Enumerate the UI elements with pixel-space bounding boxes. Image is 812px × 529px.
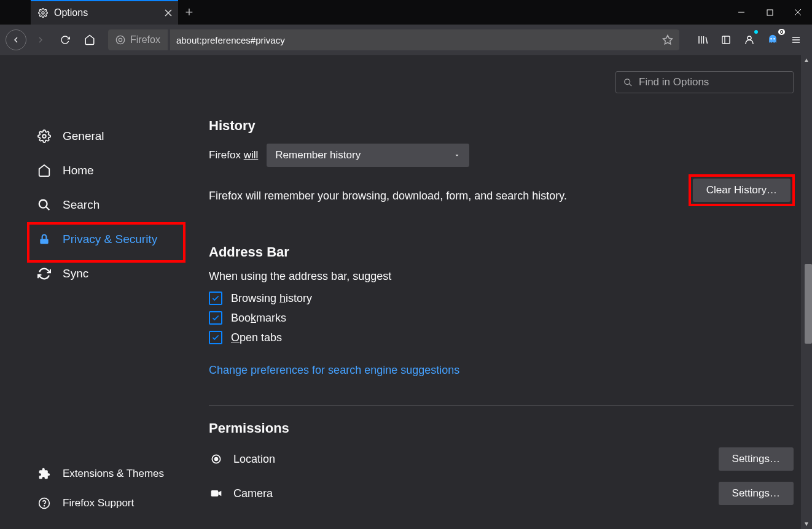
checkbox-browsing-history[interactable]: Browsing history (209, 292, 794, 305)
home-button[interactable] (79, 29, 101, 51)
svg-point-6 (748, 36, 751, 40)
sidebar-item-general[interactable]: General (0, 119, 184, 153)
nav-toolbar: Firefox about:preferences#privacy 0 (0, 25, 812, 55)
history-label: Firefox will (209, 149, 258, 161)
search-options-input[interactable]: Find in Options (615, 71, 794, 93)
history-description: Firefox will remember your browsing, dow… (209, 190, 567, 203)
sidebar-label: General (63, 129, 104, 143)
svg-rect-1 (767, 10, 773, 15)
separator (209, 405, 794, 406)
svg-rect-17 (211, 490, 219, 496)
app-menu-button[interactable] (785, 29, 807, 51)
maximize-button[interactable] (755, 0, 784, 25)
category-sidebar: General Home Search Privacy & Security S… (0, 55, 184, 529)
minimize-button[interactable] (727, 0, 755, 25)
svg-point-7 (770, 38, 772, 40)
gear-icon (37, 129, 52, 143)
svg-point-2 (116, 36, 124, 44)
search-suggestions-link[interactable]: Change preferences for search engine sug… (209, 364, 459, 377)
svg-point-13 (44, 506, 45, 506)
checkbox-label: Open tabs (231, 331, 282, 344)
account-button[interactable] (738, 29, 760, 51)
clear-history-button[interactable]: Clear History… (693, 179, 791, 202)
sidebar-item-home[interactable]: Home (0, 153, 184, 188)
sidebar-item-privacy[interactable]: Privacy & Security (0, 222, 184, 257)
new-tab-button[interactable]: + (178, 0, 200, 25)
checkbox-bookmarks[interactable]: Bookmarks (209, 311, 794, 325)
history-heading: History (209, 118, 794, 134)
checkbox-label: Browsing history (231, 292, 312, 305)
location-icon (209, 453, 224, 465)
addressbar-heading: Address Bar (209, 244, 794, 260)
search-icon (37, 198, 52, 212)
svg-marker-18 (218, 491, 221, 496)
addressbar-subtitle: When using the address bar, suggest (209, 270, 794, 283)
history-mode-select[interactable]: Remember history (267, 144, 469, 167)
svg-point-8 (773, 38, 775, 40)
sidebar-extensions[interactable]: Extensions & Themes (0, 459, 184, 488)
svg-point-16 (215, 458, 218, 461)
sidebar-label: Home (63, 164, 94, 177)
home-icon (37, 164, 52, 177)
camera-settings-button[interactable]: Settings… (719, 482, 794, 505)
scroll-down-icon[interactable]: ▼ (803, 520, 810, 528)
sidebar-label: Privacy & Security (63, 233, 157, 246)
sidebar-item-sync[interactable]: Sync (0, 257, 184, 291)
svg-point-10 (39, 200, 47, 208)
vertical-scrollbar[interactable]: ▲ ▼ (801, 55, 812, 529)
sidebar-label: Search (63, 198, 100, 212)
svg-point-9 (42, 134, 46, 138)
lock-icon (37, 233, 52, 245)
svg-marker-4 (663, 36, 673, 44)
close-tab-icon[interactable] (165, 9, 172, 17)
checkbox-open-tabs[interactable]: Open tabs (209, 331, 794, 344)
select-value: Remember history (275, 149, 361, 161)
identity-box[interactable]: Firefox (108, 29, 168, 50)
sidebar-button[interactable] (715, 29, 737, 51)
checkbox-icon (209, 311, 222, 325)
help-icon (37, 497, 52, 509)
svg-point-3 (119, 38, 122, 41)
permission-label: Location (233, 453, 275, 466)
reload-button[interactable] (54, 29, 76, 51)
permissions-heading: Permissions (209, 420, 794, 436)
sidebar-label: Extensions & Themes (63, 468, 164, 480)
titlebar: Options + (0, 0, 812, 25)
preferences-content: General Home Search Privacy & Security S… (0, 55, 812, 529)
sidebar-label: Firefox Support (63, 497, 134, 509)
window-controls (727, 0, 812, 25)
forward-button[interactable] (29, 29, 52, 51)
puzzle-icon (37, 468, 52, 480)
gear-icon (38, 8, 48, 18)
library-button[interactable] (692, 29, 714, 51)
close-window-button[interactable] (784, 0, 812, 25)
scrollbar-thumb[interactable] (805, 264, 812, 344)
chevron-down-icon (453, 152, 461, 159)
back-button[interactable] (5, 29, 27, 51)
extension-badge-count: 0 (778, 29, 785, 35)
permission-label: Camera (233, 487, 273, 500)
camera-icon (209, 487, 224, 500)
sidebar-support[interactable]: Firefox Support (0, 488, 184, 518)
sync-icon (37, 267, 52, 280)
svg-rect-5 (722, 36, 730, 44)
tab-strip: Options + (31, 0, 200, 25)
tab-options[interactable]: Options (31, 0, 178, 25)
main-pane: Find in Options History Firefox will Rem… (184, 55, 812, 529)
ghostery-extension-button[interactable]: 0 (762, 29, 784, 51)
sidebar-item-search[interactable]: Search (0, 188, 184, 222)
identity-label: Firefox (130, 34, 160, 45)
notification-dot-icon (754, 30, 758, 34)
checkbox-icon (209, 331, 222, 344)
tab-title: Options (54, 7, 88, 18)
svg-point-0 (42, 12, 44, 14)
checkbox-label: Bookmarks (231, 312, 286, 325)
url-bar[interactable]: about:preferences#privacy (170, 29, 679, 50)
svg-point-14 (625, 79, 630, 84)
bookmark-star-icon[interactable] (662, 34, 673, 45)
search-placeholder: Find in Options (639, 76, 709, 88)
location-settings-button[interactable]: Settings… (719, 447, 794, 471)
checkbox-icon (209, 292, 222, 305)
scroll-up-icon[interactable]: ▲ (803, 56, 810, 64)
url-text: about:preferences#privacy (176, 35, 285, 45)
